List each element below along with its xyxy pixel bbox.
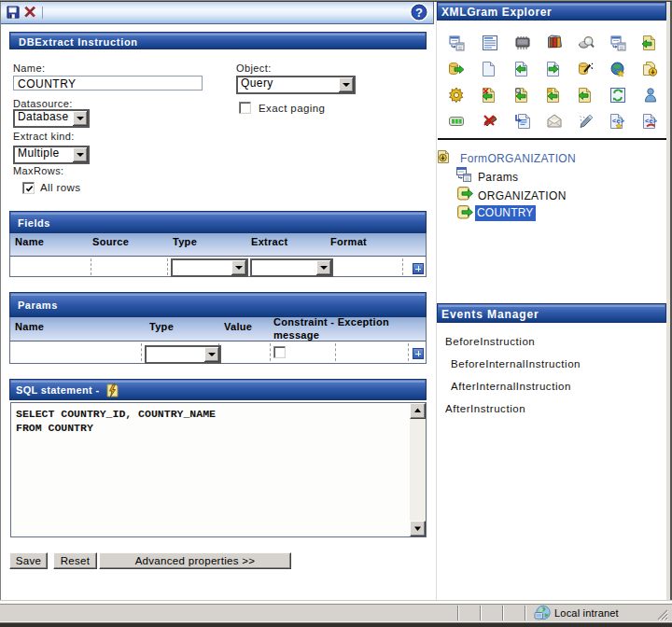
svg-text:?: ?	[415, 6, 423, 20]
